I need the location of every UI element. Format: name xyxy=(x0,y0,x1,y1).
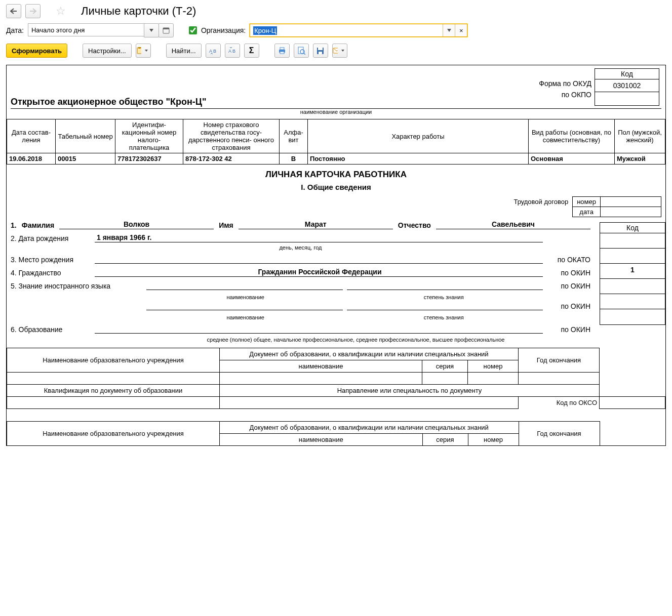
code-side-box: Код 1 xyxy=(600,222,665,325)
patronymic-value: Савельевич xyxy=(436,220,590,229)
date-label: Дата: xyxy=(6,26,24,34)
okud-label: Форма по ОКУД xyxy=(539,79,591,88)
org-hint: наименование организации xyxy=(11,109,661,115)
page-title: Личные карточки (Т-2) xyxy=(81,5,196,18)
org-checkbox[interactable] xyxy=(189,26,197,34)
code-header: Код xyxy=(595,69,659,79)
date-input[interactable] xyxy=(28,23,144,36)
report-document: Открытое акционерное общество "Крон-Ц" Ф… xyxy=(6,65,666,446)
print-button[interactable] xyxy=(274,44,290,58)
forward-button[interactable] xyxy=(25,4,41,18)
language-label: 5. Знание иностранного языка xyxy=(11,282,142,290)
patronymic-label: Отчество xyxy=(398,221,431,229)
dob-value: 1 января 1966 г. xyxy=(95,233,543,242)
org-dropdown-button[interactable] xyxy=(443,24,455,36)
find-button[interactable]: Найти... xyxy=(166,44,202,58)
svg-text:B: B xyxy=(213,49,216,54)
education-table-2: Наименование образовательного учреждения… xyxy=(7,421,665,446)
code-box: Код 0301002 xyxy=(595,68,659,106)
org-full-name: Открытое акционерное общество "Крон-Ц" xyxy=(11,97,539,107)
svg-rect-10 xyxy=(280,52,284,54)
okpo-value xyxy=(595,92,659,105)
contract-box: Трудовой договорномер дата xyxy=(509,196,661,217)
birthplace-label: 3. Место рождения xyxy=(11,256,91,264)
okin-label-2: по ОКИН xyxy=(547,282,590,290)
education-table-1: Наименование образовательного учреждения… xyxy=(7,348,665,409)
save-button[interactable] xyxy=(313,44,328,58)
svg-rect-14 xyxy=(318,48,323,50)
collapse-groups-button[interactable]: AB xyxy=(206,44,221,58)
dob-hint: день, месяц, год xyxy=(11,244,590,251)
date-select[interactable] xyxy=(28,23,174,37)
svg-rect-9 xyxy=(280,48,284,50)
citizenship-label: 4. Гражданство xyxy=(11,269,91,277)
org-label: Организация: xyxy=(201,26,246,34)
svg-text:A: A xyxy=(228,49,231,54)
surname-label: Фамилия xyxy=(22,221,54,229)
expand-groups-button[interactable]: AB xyxy=(225,44,240,58)
preview-button[interactable] xyxy=(294,44,309,58)
org-input[interactable]: Крон-Ц xyxy=(253,26,277,35)
name-label: Имя xyxy=(219,221,233,229)
org-clear-button[interactable]: × xyxy=(455,24,467,36)
okato-label: по ОКАТО xyxy=(547,256,590,264)
card-title: ЛИЧНАЯ КАРТОЧКА РАБОТНИКА xyxy=(11,170,661,180)
org-select[interactable]: Крон-Ц × xyxy=(250,24,467,37)
section-title: I. Общие сведения xyxy=(11,183,661,191)
citizenship-value: Гражданин Российской Федерации xyxy=(95,268,543,277)
okin-label-3: по ОКИН xyxy=(547,302,590,310)
dob-label: 2. Дата рождения xyxy=(11,234,91,242)
svg-rect-1 xyxy=(163,28,169,29)
date-calendar-button[interactable] xyxy=(159,23,174,37)
okin-citizenship-code: 1 xyxy=(600,264,665,279)
birthplace-value xyxy=(95,255,543,264)
svg-rect-15 xyxy=(319,52,322,54)
name-value: Марат xyxy=(239,220,393,229)
summary-table: Дата состав- ленияТабельный номерИдентиф… xyxy=(7,119,665,165)
settings-button[interactable]: Настройки... xyxy=(83,44,132,58)
education-label: 6. Образование xyxy=(11,325,91,334)
sum-button[interactable]: Σ xyxy=(244,44,259,58)
education-hint: среднее (полное) общее, начальное профес… xyxy=(101,337,611,343)
back-button[interactable] xyxy=(6,4,21,18)
okpo-label: по ОКПО xyxy=(539,91,591,99)
generate-button[interactable]: Сформировать xyxy=(6,44,67,58)
okud-value: 0301002 xyxy=(595,79,659,92)
svg-rect-3 xyxy=(138,47,141,49)
surname-value: Волков xyxy=(59,220,214,229)
date-dropdown-button[interactable] xyxy=(144,23,159,37)
okin-label-1: по ОКИН xyxy=(547,269,590,277)
svg-text:B: B xyxy=(232,49,235,54)
clipboard-button[interactable] xyxy=(136,44,151,58)
favorite-icon[interactable]: ☆ xyxy=(56,5,66,18)
send-button[interactable] xyxy=(332,44,347,58)
okin-label-4: по ОКИН xyxy=(547,325,590,334)
svg-text:A: A xyxy=(209,49,212,54)
